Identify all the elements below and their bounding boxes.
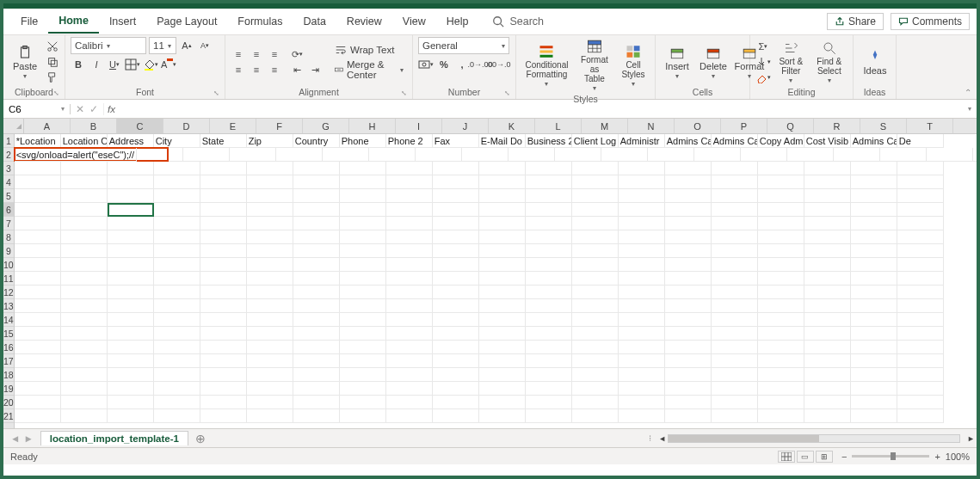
cell[interactable] [462, 148, 508, 162]
cell[interactable] [340, 327, 386, 341]
cell[interactable] [154, 175, 200, 189]
cell[interactable] [433, 341, 479, 354]
zoom-slider[interactable] [852, 455, 929, 458]
cell[interactable] [108, 382, 154, 396]
paste-button[interactable]: Paste ▾ [9, 43, 41, 82]
row-header-9[interactable]: 9 [3, 244, 14, 258]
cell[interactable] [200, 175, 247, 189]
sheet-split-grip[interactable]: ⁝ [644, 433, 656, 443]
cell[interactable] [665, 396, 712, 409]
cell[interactable] [108, 327, 154, 341]
col-header-L[interactable]: L [535, 119, 582, 133]
cell[interactable] [433, 286, 479, 299]
row-header-21[interactable]: 21 [3, 409, 14, 423]
cell[interactable] [880, 148, 927, 162]
cell[interactable] [200, 217, 247, 230]
number-format-select[interactable]: General▾ [418, 37, 509, 54]
cell[interactable] [386, 299, 433, 313]
cell[interactable] [340, 272, 386, 286]
cell[interactable]: Cost Visib [804, 134, 851, 148]
cell[interactable] [247, 341, 293, 354]
cell[interactable] [712, 162, 758, 175]
cell[interactable] [200, 230, 247, 244]
cell[interactable] [108, 189, 154, 203]
cell[interactable] [200, 299, 247, 313]
cell[interactable] [526, 327, 572, 341]
cell[interactable] [572, 341, 619, 354]
normal-view-button[interactable] [778, 451, 795, 463]
cell[interactable] [665, 327, 712, 341]
cell[interactable] [230, 148, 276, 162]
cell[interactable] [247, 189, 293, 203]
row-header-17[interactable]: 17 [3, 354, 14, 368]
tab-review[interactable]: Review [336, 10, 392, 33]
cell[interactable] [665, 382, 712, 396]
cell[interactable] [293, 286, 340, 299]
cell[interactable] [572, 203, 619, 217]
cell[interactable] [526, 382, 572, 396]
cell[interactable] [386, 313, 433, 327]
cell[interactable] [108, 244, 154, 258]
row-header-14[interactable]: 14 [3, 313, 14, 327]
cell[interactable] [804, 217, 851, 230]
cell[interactable] [108, 272, 154, 286]
cell[interactable] [15, 327, 61, 341]
cell[interactable] [200, 272, 247, 286]
col-header-J[interactable]: J [442, 119, 489, 133]
cell[interactable] [61, 244, 108, 258]
cell[interactable] [340, 162, 386, 175]
cell[interactable] [526, 175, 572, 189]
cell[interactable] [665, 299, 712, 313]
cell[interactable] [712, 396, 758, 409]
cell[interactable] [897, 313, 944, 327]
cell[interactable] [247, 368, 293, 382]
cell[interactable] [572, 313, 619, 327]
cell[interactable] [108, 313, 154, 327]
cell[interactable] [851, 368, 897, 382]
cell[interactable] [897, 327, 944, 341]
cell[interactable] [15, 341, 61, 354]
cell[interactable] [601, 148, 648, 162]
cell[interactable] [340, 396, 386, 409]
conditional-formatting-button[interactable]: Conditional Formatting▾ [521, 42, 572, 89]
col-header-M[interactable]: M [582, 119, 628, 133]
cell[interactable] [804, 382, 851, 396]
cell[interactable] [15, 272, 61, 286]
cells-area[interactable]: *LocationLocation CAddressCityStateZipCo… [15, 134, 977, 428]
accounting-format-button[interactable]: ▾ [418, 58, 434, 71]
cell[interactable] [851, 230, 897, 244]
cell[interactable] [479, 272, 526, 286]
cell[interactable] [619, 175, 665, 189]
row-header-15[interactable]: 15 [3, 327, 14, 341]
name-box[interactable]: C6▾ [3, 104, 71, 114]
cell[interactable] [619, 272, 665, 286]
cell[interactable] [247, 327, 293, 341]
cell[interactable] [433, 382, 479, 396]
cell[interactable] [619, 327, 665, 341]
cell[interactable] [758, 299, 804, 313]
cell[interactable] [61, 382, 108, 396]
tab-insert[interactable]: Insert [99, 10, 146, 33]
cell[interactable] [340, 217, 386, 230]
cell[interactable] [758, 409, 804, 423]
cell[interactable] [712, 286, 758, 299]
cell[interactable] [804, 286, 851, 299]
cell[interactable] [572, 272, 619, 286]
cell[interactable] [526, 217, 572, 230]
cell[interactable] [137, 148, 183, 162]
cell[interactable] [897, 396, 944, 409]
cell[interactable] [804, 299, 851, 313]
cell[interactable] [154, 299, 200, 313]
cell[interactable] [183, 148, 230, 162]
cell[interactable] [61, 354, 108, 368]
cell[interactable] [200, 162, 247, 175]
cell[interactable] [572, 409, 619, 423]
cell[interactable] [386, 203, 433, 217]
cell[interactable] [154, 217, 200, 230]
cell[interactable] [293, 272, 340, 286]
cell[interactable] [508, 148, 555, 162]
cancel-formula-button[interactable]: ✕ [76, 103, 84, 115]
sort-filter-button[interactable]: Sort & Filter▾ [774, 39, 808, 86]
cell[interactable] [108, 368, 154, 382]
cell[interactable] [712, 258, 758, 272]
